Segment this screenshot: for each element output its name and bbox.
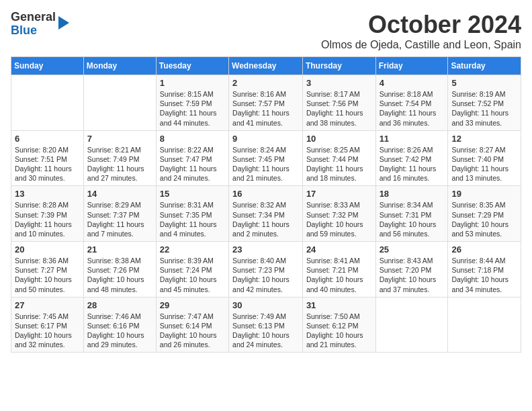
day-number: 13 bbox=[15, 189, 80, 199]
day-header-saturday: Saturday bbox=[448, 57, 521, 75]
day-info: Sunrise: 7:50 AM Sunset: 6:12 PM Dayligh… bbox=[306, 312, 372, 350]
day-info: Sunrise: 8:26 AM Sunset: 7:42 PM Dayligh… bbox=[380, 145, 445, 183]
day-info: Sunrise: 8:27 AM Sunset: 7:40 PM Dayligh… bbox=[451, 145, 517, 183]
day-number: 6 bbox=[15, 134, 80, 144]
calendar-cell: 19Sunrise: 8:35 AM Sunset: 7:29 PM Dayli… bbox=[448, 186, 521, 242]
calendar-cell bbox=[375, 297, 448, 353]
day-number: 27 bbox=[15, 300, 80, 310]
calendar-cell: 31Sunrise: 7:50 AM Sunset: 6:12 PM Dayli… bbox=[302, 297, 375, 353]
page-header: General Blue October 2024 Olmos de Ojeda… bbox=[11, 11, 521, 51]
day-number: 23 bbox=[232, 244, 299, 255]
calendar-cell: 18Sunrise: 8:34 AM Sunset: 7:31 PM Dayli… bbox=[375, 186, 448, 242]
calendar-week-3: 13Sunrise: 8:28 AM Sunset: 7:39 PM Dayli… bbox=[11, 186, 521, 242]
calendar-cell: 20Sunrise: 8:36 AM Sunset: 7:27 PM Dayli… bbox=[11, 242, 84, 298]
calendar-cell bbox=[83, 75, 156, 131]
day-info: Sunrise: 8:22 AM Sunset: 7:47 PM Dayligh… bbox=[160, 145, 225, 183]
calendar-cell: 8Sunrise: 8:22 AM Sunset: 7:47 PM Daylig… bbox=[156, 130, 228, 186]
day-number: 12 bbox=[451, 134, 517, 144]
calendar-cell: 28Sunrise: 7:46 AM Sunset: 6:16 PM Dayli… bbox=[83, 297, 156, 353]
calendar-cell: 13Sunrise: 8:28 AM Sunset: 7:39 PM Dayli… bbox=[11, 186, 84, 242]
calendar-week-1: 1Sunrise: 8:15 AM Sunset: 7:59 PM Daylig… bbox=[11, 75, 521, 131]
day-number: 21 bbox=[87, 244, 152, 255]
day-number: 8 bbox=[160, 134, 225, 144]
day-info: Sunrise: 8:38 AM Sunset: 7:26 PM Dayligh… bbox=[87, 256, 152, 294]
day-info: Sunrise: 7:46 AM Sunset: 6:16 PM Dayligh… bbox=[87, 312, 152, 350]
day-info: Sunrise: 8:18 AM Sunset: 7:54 PM Dayligh… bbox=[380, 89, 445, 128]
calendar-cell: 23Sunrise: 8:40 AM Sunset: 7:23 PM Dayli… bbox=[229, 242, 303, 298]
calendar-cell: 21Sunrise: 8:38 AM Sunset: 7:26 PM Dayli… bbox=[83, 242, 156, 298]
logo-text: General Blue bbox=[11, 11, 56, 38]
day-number: 11 bbox=[380, 134, 445, 144]
calendar-cell: 11Sunrise: 8:26 AM Sunset: 7:42 PM Dayli… bbox=[375, 130, 448, 186]
calendar-cell: 30Sunrise: 7:49 AM Sunset: 6:13 PM Dayli… bbox=[229, 297, 303, 353]
day-number: 7 bbox=[87, 134, 152, 144]
calendar-cell: 1Sunrise: 8:15 AM Sunset: 7:59 PM Daylig… bbox=[156, 75, 228, 131]
logo-blue: Blue bbox=[11, 24, 56, 38]
day-info: Sunrise: 8:19 AM Sunset: 7:52 PM Dayligh… bbox=[451, 89, 517, 128]
day-number: 9 bbox=[232, 134, 299, 144]
day-info: Sunrise: 8:34 AM Sunset: 7:31 PM Dayligh… bbox=[380, 200, 445, 238]
location-label: Olmos de Ojeda, Castille and Leon, Spain bbox=[321, 39, 521, 51]
day-header-thursday: Thursday bbox=[302, 57, 375, 75]
calendar-cell: 10Sunrise: 8:25 AM Sunset: 7:44 PM Dayli… bbox=[302, 130, 375, 186]
calendar-cell: 29Sunrise: 7:47 AM Sunset: 6:14 PM Dayli… bbox=[156, 297, 228, 353]
calendar-cell: 2Sunrise: 8:16 AM Sunset: 7:57 PM Daylig… bbox=[229, 75, 303, 131]
calendar-cell: 16Sunrise: 8:32 AM Sunset: 7:34 PM Dayli… bbox=[229, 186, 303, 242]
day-number: 5 bbox=[451, 78, 517, 88]
calendar-cell: 3Sunrise: 8:17 AM Sunset: 7:56 PM Daylig… bbox=[302, 75, 375, 131]
day-header-monday: Monday bbox=[83, 57, 156, 75]
day-number: 1 bbox=[160, 78, 225, 88]
day-number: 26 bbox=[451, 244, 517, 255]
calendar-cell: 9Sunrise: 8:24 AM Sunset: 7:45 PM Daylig… bbox=[229, 130, 303, 186]
logo-arrow-icon bbox=[58, 16, 69, 30]
calendar-cell: 5Sunrise: 8:19 AM Sunset: 7:52 PM Daylig… bbox=[448, 75, 521, 131]
day-info: Sunrise: 8:41 AM Sunset: 7:21 PM Dayligh… bbox=[306, 256, 372, 294]
month-title: October 2024 bbox=[321, 11, 521, 39]
calendar-table: SundayMondayTuesdayWednesdayThursdayFrid… bbox=[11, 56, 521, 353]
day-number: 16 bbox=[232, 189, 299, 199]
day-number: 28 bbox=[87, 300, 152, 310]
day-info: Sunrise: 8:29 AM Sunset: 7:37 PM Dayligh… bbox=[87, 200, 152, 238]
day-info: Sunrise: 8:44 AM Sunset: 7:18 PM Dayligh… bbox=[451, 256, 517, 294]
title-block: October 2024 Olmos de Ojeda, Castille an… bbox=[321, 11, 521, 51]
day-number: 18 bbox=[380, 189, 445, 199]
day-info: Sunrise: 8:32 AM Sunset: 7:34 PM Dayligh… bbox=[232, 200, 299, 238]
day-info: Sunrise: 7:45 AM Sunset: 6:17 PM Dayligh… bbox=[15, 312, 80, 350]
day-number: 10 bbox=[306, 134, 372, 144]
day-info: Sunrise: 8:43 AM Sunset: 7:20 PM Dayligh… bbox=[380, 256, 445, 294]
calendar-cell: 17Sunrise: 8:33 AM Sunset: 7:32 PM Dayli… bbox=[302, 186, 375, 242]
calendar-cell: 12Sunrise: 8:27 AM Sunset: 7:40 PM Dayli… bbox=[448, 130, 521, 186]
calendar-week-4: 20Sunrise: 8:36 AM Sunset: 7:27 PM Dayli… bbox=[11, 242, 521, 298]
day-number: 4 bbox=[380, 78, 445, 88]
day-info: Sunrise: 8:20 AM Sunset: 7:51 PM Dayligh… bbox=[15, 145, 80, 183]
day-info: Sunrise: 8:16 AM Sunset: 7:57 PM Dayligh… bbox=[232, 89, 299, 128]
calendar-header: SundayMondayTuesdayWednesdayThursdayFrid… bbox=[11, 57, 521, 75]
calendar-cell bbox=[11, 75, 84, 131]
day-info: Sunrise: 8:15 AM Sunset: 7:59 PM Dayligh… bbox=[160, 89, 225, 128]
logo: General Blue bbox=[11, 11, 69, 38]
calendar-cell: 27Sunrise: 7:45 AM Sunset: 6:17 PM Dayli… bbox=[11, 297, 84, 353]
day-info: Sunrise: 7:47 AM Sunset: 6:14 PM Dayligh… bbox=[160, 312, 225, 350]
calendar-cell: 26Sunrise: 8:44 AM Sunset: 7:18 PM Dayli… bbox=[448, 242, 521, 298]
logo-general: General bbox=[11, 11, 56, 24]
day-number: 22 bbox=[160, 244, 225, 255]
day-header-wednesday: Wednesday bbox=[229, 57, 303, 75]
calendar-cell: 22Sunrise: 8:39 AM Sunset: 7:24 PM Dayli… bbox=[156, 242, 228, 298]
calendar-cell: 14Sunrise: 8:29 AM Sunset: 7:37 PM Dayli… bbox=[83, 186, 156, 242]
day-number: 24 bbox=[306, 244, 372, 255]
day-info: Sunrise: 8:25 AM Sunset: 7:44 PM Dayligh… bbox=[306, 145, 372, 183]
day-number: 31 bbox=[306, 300, 372, 310]
day-info: Sunrise: 8:36 AM Sunset: 7:27 PM Dayligh… bbox=[15, 256, 80, 294]
calendar-cell: 24Sunrise: 8:41 AM Sunset: 7:21 PM Dayli… bbox=[302, 242, 375, 298]
day-info: Sunrise: 8:40 AM Sunset: 7:23 PM Dayligh… bbox=[232, 256, 299, 294]
day-header-friday: Friday bbox=[375, 57, 448, 75]
calendar-cell: 6Sunrise: 8:20 AM Sunset: 7:51 PM Daylig… bbox=[11, 130, 84, 186]
header-row: SundayMondayTuesdayWednesdayThursdayFrid… bbox=[11, 57, 521, 75]
calendar-week-2: 6Sunrise: 8:20 AM Sunset: 7:51 PM Daylig… bbox=[11, 130, 521, 186]
day-number: 25 bbox=[380, 244, 445, 255]
day-number: 29 bbox=[160, 300, 225, 310]
day-info: Sunrise: 8:33 AM Sunset: 7:32 PM Dayligh… bbox=[306, 200, 372, 238]
calendar-body: 1Sunrise: 8:15 AM Sunset: 7:59 PM Daylig… bbox=[11, 75, 521, 353]
day-info: Sunrise: 7:49 AM Sunset: 6:13 PM Dayligh… bbox=[232, 312, 299, 350]
day-info: Sunrise: 8:39 AM Sunset: 7:24 PM Dayligh… bbox=[160, 256, 225, 294]
